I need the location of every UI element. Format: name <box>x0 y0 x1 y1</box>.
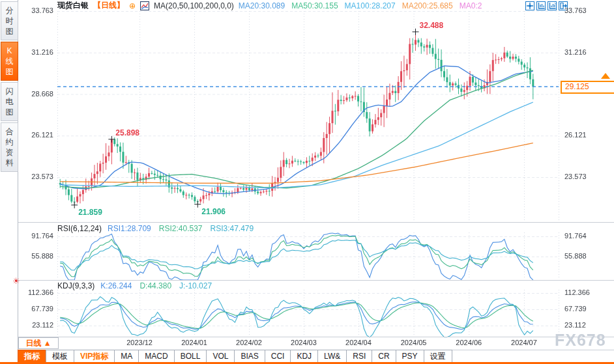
symbol-name: 现货白银 <box>57 0 89 11</box>
toolbar-button-RSI[interactable]: RSI <box>346 350 372 363</box>
rsi-value: RSI3:47.479 <box>210 224 254 233</box>
mini-chart-icon <box>140 1 149 10</box>
indicator-settings-icon[interactable]: ☀ <box>12 277 20 285</box>
sidebar-tab-label: 合约资料 <box>5 126 14 168</box>
toolbar-button-KDJ[interactable]: KDJ <box>290 350 318 363</box>
price-up-arrow-icon <box>601 73 610 79</box>
axis-scale-right-icon[interactable] <box>548 1 557 10</box>
kdj-value: D:44.380 <box>139 281 171 290</box>
sidebar-tab-K线图[interactable]: K线图 <box>1 42 18 81</box>
axis-separator <box>18 337 614 337</box>
ma-value: MA100:28.207 <box>345 1 396 10</box>
main-chart-header: 现货白银 【日线】 ⊕ MA(20,50,100,200,0,0) MA20:3… <box>57 1 482 10</box>
ma-formula: MA(20,50,100,200,0,0) <box>154 1 234 10</box>
sidebar-tab-label: 分时图 <box>5 5 14 36</box>
toolbar-button-BIAS[interactable]: BIAS <box>234 350 265 363</box>
sidebar: 分时图K线图闪电图合约资料 <box>0 0 18 362</box>
rsi-header: RSI(6,12,24) RSI1:28.709RSI2:40.537RSI3:… <box>57 224 254 233</box>
kdj-value: K:26.244 <box>100 281 132 290</box>
sidebar-tab-合约资料[interactable]: 合约资料 <box>1 122 18 172</box>
ma-value: MA20:30.089 <box>239 1 285 10</box>
toolbar-button-CR[interactable]: CR <box>372 350 396 363</box>
chart-canvas[interactable] <box>0 0 614 364</box>
exit-right-icon[interactable] <box>559 1 568 10</box>
indicator-toolbar: 指标模板VIP指标MAMACDBOLLVOLBIASCCIKDJLW&RSICR… <box>18 350 452 363</box>
panel-separator <box>18 280 614 281</box>
period-arrow-icon: ▲ <box>44 339 51 348</box>
toolbar-button-VIP指标[interactable]: VIP指标 <box>74 350 115 363</box>
trading-chart-app: 分时图K线图闪电图合约资料 现货白银 【日线】 ⊕ MA(20,50,100,2… <box>0 0 614 364</box>
sidebar-tab-label: 闪电图 <box>5 86 14 117</box>
rsi-values: RSI1:28.709RSI2:40.537RSI3:47.479 <box>108 224 254 233</box>
ma-value: MA50:30.155 <box>291 1 338 10</box>
rsi-title: RSI(6,12,24) <box>57 224 102 233</box>
add-indicator-icon[interactable]: ⊕ <box>129 2 136 10</box>
panel-separator <box>18 222 614 223</box>
kdj-values: K:26.244D:44.380J:-10.027 <box>100 281 212 290</box>
ma-value: MA0:2 <box>460 1 482 10</box>
kdj-title: KDJ(9,3,3) <box>57 281 95 290</box>
toolbar-button-MACD[interactable]: MACD <box>138 350 174 363</box>
axis-scale-left-icon[interactable] <box>536 1 546 10</box>
pan-icon[interactable] <box>525 1 534 10</box>
ma-values: MA20:30.089MA50:30.155MA100:28.207MA200:… <box>239 1 482 10</box>
rsi-value: RSI2:40.537 <box>159 224 203 233</box>
period-selector[interactable]: 日线 ▲ <box>18 337 59 349</box>
sidebar-tab-分时图[interactable]: 分时图 <box>1 1 18 40</box>
ma-value: MA200:25.685 <box>402 1 453 10</box>
last-price-tag: 29.125 <box>561 81 614 94</box>
period-label: 日线 <box>25 339 41 348</box>
toolbar-button-PSY[interactable]: PSY <box>396 350 424 363</box>
toolbar-button-BOLL[interactable]: BOLL <box>174 350 207 363</box>
period-tag: 【日线】 <box>93 0 124 11</box>
kdj-header: KDJ(9,3,3) K:26.244D:44.380J:-10.027 <box>57 281 212 290</box>
watermark: FX678 <box>555 331 606 350</box>
toolbar-button-VOL[interactable]: VOL <box>206 350 235 363</box>
toolbar-button-设置[interactable]: 设置 <box>424 350 452 363</box>
toolbar-button-指标[interactable]: 指标 <box>18 350 46 363</box>
chart-control-icons <box>525 1 568 10</box>
sidebar-tab-label: K线图 <box>5 46 14 77</box>
sidebar-tab-闪电图[interactable]: 闪电图 <box>1 82 18 121</box>
toolbar-button-MA[interactable]: MA <box>114 350 139 363</box>
toolbar-button-CCI[interactable]: CCI <box>265 350 291 363</box>
kdj-value: J:-10.027 <box>179 281 212 290</box>
toolbar-button-LW&[interactable]: LW& <box>317 350 347 363</box>
rsi-value: RSI1:28.709 <box>108 224 151 233</box>
toolbar-button-模板[interactable]: 模板 <box>46 350 74 363</box>
